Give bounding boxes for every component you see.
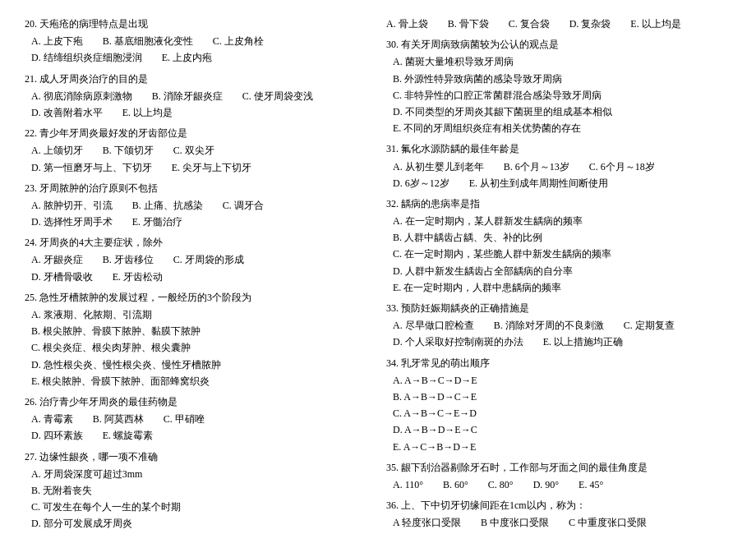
option-line: A. 上颌切牙 B. 下颌切牙 C. 双尖牙 (31, 143, 370, 159)
option-line: E. 在一定时期内，人群中患龋病的频率 (393, 280, 731, 296)
option-line: A. 110° B. 60° C. 80° D. 90° E. 45° (393, 477, 731, 493)
option-line: D. 四环素族 E. 螺旋霉素 (31, 428, 370, 444)
question-options: A. 上颌切牙 B. 下颌切牙 C. 双尖牙D. 第一恒磨牙与上、下切牙 E. … (25, 143, 370, 175)
option-line: D. 改善附着水平 E. 以上均是 (31, 105, 370, 121)
option-line: D. 结缔组织炎症细胞浸润 E. 上皮内疱 (31, 50, 370, 66)
option-line: E. 不同的牙周组织炎症有相关优势菌的存在 (393, 121, 731, 136)
question: 22. 青少年牙周炎最好发的牙齿部位是A. 上颌切牙 B. 下颌切牙 C. 双尖… (25, 126, 370, 176)
option-line: B. 根尖脓肿、骨膜下脓肿、黏膜下脓肿 (31, 324, 370, 339)
question: 33. 预防妊娠期龋炎的正确措施是A. 尽早做口腔检查 B. 消除对牙周的不良刺… (386, 301, 731, 351)
question: 36. 上、下中切牙切缘间距在1cm以内，称为：A 轻度张口受限 B 中度张口受… (386, 498, 731, 534)
question-options: A. 脓肿切开、引流 B. 止痛、抗感染 C. 调牙合D. 选择性牙周手术 E.… (25, 198, 370, 230)
option-line: D. 选择性牙周手术 E. 牙髓治疗 (31, 214, 370, 230)
option-line: D. 急性根尖炎、慢性根尖炎、慢性牙槽脓肿 (31, 357, 370, 373)
option-line: B. A→B→D→C→E (393, 389, 731, 405)
option-line: D. A→B→D→E→C (393, 422, 731, 438)
question-options: A. 青霉素 B. 阿莫西林 C. 甲硝唑D. 四环素族 E. 螺旋霉素 (25, 412, 370, 444)
option-line: A. 上皮下疱 B. 基底细胞液化变性 C. 上皮角栓 (31, 34, 370, 49)
question: 20. 天疱疮的病理特点是出现A. 上皮下疱 B. 基底细胞液化变性 C. 上皮… (25, 16, 370, 67)
option-line: E. A→C→B→D→E (393, 440, 731, 455)
question-options: A 轻度张口受限 B 中度张口受限 C 中重度张口受限D 重度张口受限 E 完全… (386, 515, 731, 534)
question-options: A. 上皮下疱 B. 基底细胞液化变性 C. 上皮角栓D. 结缔组织炎症细胞浸润… (25, 34, 370, 66)
question-options: A. 在一定时期内，某人群新发生龋病的频率B. 人群中龋齿占龋、失、补的比例C.… (386, 214, 731, 296)
option-line: A. 脓肿切开、引流 B. 止痛、抗感染 C. 调牙合 (31, 198, 370, 214)
question-title: 32. 龋病的患病率是指 (386, 196, 731, 212)
option-line: B. 外源性特异致病菌的感染导致牙周病 (393, 71, 731, 87)
question-title: 24. 牙周炎的4大主要症状，除外 (25, 235, 370, 251)
question-options: A. 牙龈炎症 B. 牙齿移位 C. 牙周袋的形成D. 牙槽骨吸收 E. 牙齿松… (25, 252, 370, 284)
option-line: A. 彻底消除病原刺激物 B. 消除牙龈炎症 C. 使牙周袋变浅 (31, 89, 370, 104)
question-title: 27. 边缘性龈炎，哪一项不准确 (25, 449, 370, 465)
left-column: 20. 天疱疮的病理特点是出现A. 上皮下疱 B. 基底细胞液化变性 C. 上皮… (25, 16, 370, 534)
question-title: 26. 治疗青少年牙周炎的最佳药物是 (25, 394, 370, 410)
option-line: D. 部分可发展成牙周炎 (31, 516, 370, 532)
question-title: A. 骨上袋 B. 骨下袋 C. 复合袋 D. 复杂袋 E. 以上均是 (386, 16, 731, 32)
option-line: B. 人群中龋齿占龋、失、补的比例 (393, 230, 731, 246)
question: 30. 有关牙周病致病菌较为公认的观点是A. 菌斑大量堆积导致牙周病B. 外源性… (386, 37, 731, 136)
question: 34. 乳牙常见的萌出顺序A. A→B→C→D→EB. A→B→D→C→EC. … (386, 356, 731, 455)
page-content: 20. 天疱疮的病理特点是出现A. 上皮下疱 B. 基底细胞液化变性 C. 上皮… (25, 16, 731, 534)
option-line: D. 第一恒磨牙与上、下切牙 E. 尖牙与上下切牙 (31, 160, 370, 176)
option-line: A. 浆液期、化脓期、引流期 (31, 307, 370, 323)
question-options: A. 110° B. 60° C. 80° D. 90° E. 45° (386, 477, 731, 493)
option-line: A. A→B→C→D→E (393, 373, 731, 389)
question: 27. 边缘性龈炎，哪一项不准确A. 牙周袋深度可超过3mmB. 无附着丧失C.… (25, 449, 370, 535)
option-line: D. 6岁～12岁 E. 从初生到成年周期性间断使用 (393, 176, 731, 191)
option-line: D. 牙槽骨吸收 E. 牙齿松动 (31, 269, 370, 285)
question: 31. 氟化水源防龋的最佳年龄是A. 从初生婴儿到老年 B. 6个月～13岁 C… (386, 141, 731, 191)
option-line: A. 菌斑大量堆积导致牙周病 (393, 54, 731, 70)
question-options: A. 浆液期、化脓期、引流期B. 根尖脓肿、骨膜下脓肿、黏膜下脓肿C. 根尖炎症… (25, 307, 370, 389)
option-line: C. 可发生在每个人一生的某个时期 (31, 499, 370, 515)
option-line: E. 根尖脓肿、骨膜下脓肿、面部蜂窝织炎 (31, 374, 370, 389)
question-title: 23. 牙周脓肿的治疗原则不包括 (25, 181, 370, 196)
question-options: A. 从初生婴儿到老年 B. 6个月～13岁 C. 6个月～18岁D. 6岁～1… (386, 159, 731, 191)
question-title: 31. 氟化水源防龋的最佳年龄是 (386, 141, 731, 157)
question: 26. 治疗青少年牙周炎的最佳药物是A. 青霉素 B. 阿莫西林 C. 甲硝唑D… (25, 394, 370, 444)
option-line: D. 人群中新发生龋齿占全部龋病的自分率 (393, 264, 731, 279)
option-line: C. 根尖炎症、根尖肉芽肿、根尖囊肿 (31, 340, 370, 356)
question: 25. 急性牙槽脓肿的发展过程，一般经历的3个阶段为A. 浆液期、化脓期、引流期… (25, 290, 370, 389)
question-title: 34. 乳牙常见的萌出顺序 (386, 356, 731, 371)
question-title: 20. 天疱疮的病理特点是出现 (25, 16, 370, 32)
option-line: B. 无附着丧失 (31, 483, 370, 499)
question: 21. 成人牙周炎治疗的目的是A. 彻底消除病原刺激物 B. 消除牙龈炎症 C.… (25, 71, 370, 122)
question: A. 骨上袋 B. 骨下袋 C. 复合袋 D. 复杂袋 E. 以上均是 (386, 16, 731, 32)
question-options: A. 彻底消除病原刺激物 B. 消除牙龈炎症 C. 使牙周袋变浅D. 改善附着水… (25, 89, 370, 121)
question-options: A. 菌斑大量堆积导致牙周病B. 外源性特异致病菌的感染导致牙周病C. 非特异性… (386, 54, 731, 136)
question-title: 21. 成人牙周炎治疗的目的是 (25, 71, 370, 87)
question-options: A. 尽早做口腔检查 B. 消除对牙周的不良刺激 C. 定期复查D. 个人采取好… (386, 318, 731, 350)
option-line: D. 不同类型的牙周炎其龈下菌斑里的组成基本相似 (393, 104, 731, 120)
question-title: 22. 青少年牙周炎最好发的牙齿部位是 (25, 126, 370, 141)
question: 24. 牙周炎的4大主要症状，除外A. 牙龈炎症 B. 牙齿移位 C. 牙周袋的… (25, 235, 370, 285)
option-line: A. 牙龈炎症 B. 牙齿移位 C. 牙周袋的形成 (31, 252, 370, 268)
question: 23. 牙周脓肿的治疗原则不包括A. 脓肿切开、引流 B. 止痛、抗感染 C. … (25, 181, 370, 231)
question-title: 30. 有关牙周病致病菌较为公认的观点是 (386, 37, 731, 53)
right-column: A. 骨上袋 B. 骨下袋 C. 复合袋 D. 复杂袋 E. 以上均是30. 有… (386, 16, 731, 534)
option-line: C. A→B→C→E→D (393, 406, 731, 421)
option-line: A. 尽早做口腔检查 B. 消除对牙周的不良刺激 C. 定期复查 (393, 318, 731, 334)
option-line: A. 牙周袋深度可超过3mm (31, 467, 370, 482)
question-title: 33. 预防妊娠期龋炎的正确措施是 (386, 301, 731, 316)
question-title: 35. 龈下刮治器剔除牙石时，工作部与牙面之间的最佳角度是 (386, 460, 731, 476)
option-line: C. 在一定时期内，某些脆人群中新发生龋病的频率 (393, 246, 731, 262)
question-options: A. A→B→C→D→EB. A→B→D→C→EC. A→B→C→E→DD. A… (386, 373, 731, 455)
option-line: A. 从初生婴儿到老年 B. 6个月～13岁 C. 6个月～18岁 (393, 159, 731, 175)
question: 35. 龈下刮治器剔除牙石时，工作部与牙面之间的最佳角度是A. 110° B. … (386, 460, 731, 493)
option-line: A 轻度张口受限 B 中度张口受限 C 中重度张口受限 (393, 515, 731, 531)
question: 32. 龋病的患病率是指A. 在一定时期内，某人群新发生龋病的频率B. 人群中龋… (386, 196, 731, 296)
option-line: A. 在一定时期内，某人群新发生龋病的频率 (393, 214, 731, 229)
question-title: 36. 上、下中切牙切缘间距在1cm以内，称为： (386, 498, 731, 513)
option-line: D. 个人采取好控制南斑的办法 E. 以上措施均正确 (393, 334, 731, 350)
question-options: A. 牙周袋深度可超过3mmB. 无附着丧失C. 可发生在每个人一生的某个时期D… (25, 467, 370, 534)
option-line: C. 非特异性的口腔正常菌群混合感染导致牙周病 (393, 88, 731, 104)
question-title: 25. 急性牙槽脓肿的发展过程，一般经历的3个阶段为 (25, 290, 370, 306)
option-line: A. 青霉素 B. 阿莫西林 C. 甲硝唑 (31, 412, 370, 427)
